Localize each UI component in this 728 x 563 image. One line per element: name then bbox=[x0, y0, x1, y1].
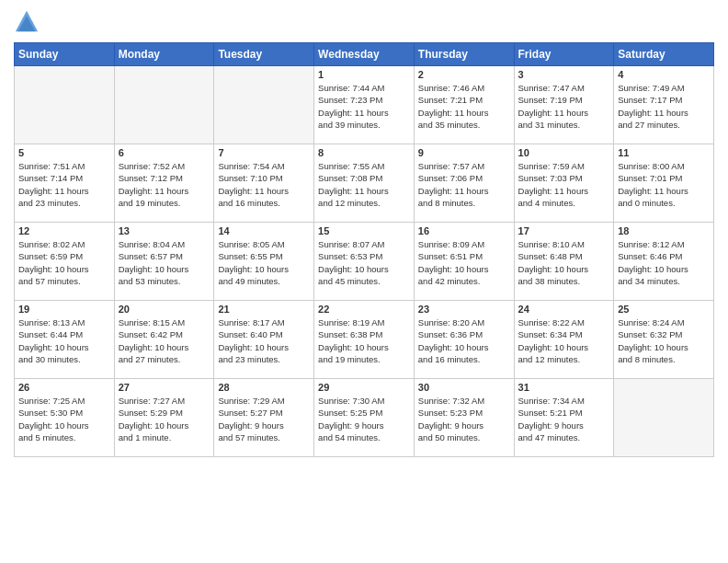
calendar-cell bbox=[114, 66, 214, 144]
weekday-header: Wednesday bbox=[314, 43, 415, 66]
calendar-cell: 30Sunrise: 7:32 AM Sunset: 5:23 PM Dayli… bbox=[414, 379, 514, 457]
day-info: Sunrise: 8:13 AM Sunset: 6:44 PM Dayligh… bbox=[18, 316, 110, 365]
calendar-cell: 4Sunrise: 7:49 AM Sunset: 7:17 PM Daylig… bbox=[614, 66, 714, 144]
day-info: Sunrise: 8:24 AM Sunset: 6:32 PM Dayligh… bbox=[618, 316, 710, 365]
calendar-table: SundayMondayTuesdayWednesdayThursdayFrid… bbox=[14, 42, 714, 457]
day-number: 19 bbox=[18, 304, 110, 315]
day-info: Sunrise: 7:32 AM Sunset: 5:23 PM Dayligh… bbox=[418, 395, 510, 443]
calendar-week-row: 19Sunrise: 8:13 AM Sunset: 6:44 PM Dayli… bbox=[15, 301, 714, 379]
day-number: 28 bbox=[218, 382, 310, 393]
day-info: Sunrise: 7:25 AM Sunset: 5:30 PM Dayligh… bbox=[18, 395, 110, 443]
day-number: 20 bbox=[119, 304, 210, 315]
day-info: Sunrise: 8:12 AM Sunset: 6:46 PM Dayligh… bbox=[618, 238, 710, 287]
day-number: 13 bbox=[119, 225, 210, 236]
day-info: Sunrise: 8:15 AM Sunset: 6:42 PM Dayligh… bbox=[119, 316, 210, 365]
day-info: Sunrise: 7:47 AM Sunset: 7:19 PM Dayligh… bbox=[518, 82, 610, 131]
day-number: 1 bbox=[318, 69, 410, 80]
calendar-cell: 9Sunrise: 7:57 AM Sunset: 7:06 PM Daylig… bbox=[414, 144, 514, 223]
day-info: Sunrise: 8:07 AM Sunset: 6:53 PM Dayligh… bbox=[318, 238, 410, 287]
day-number: 30 bbox=[418, 382, 510, 393]
day-info: Sunrise: 8:04 AM Sunset: 6:57 PM Dayligh… bbox=[119, 238, 210, 287]
day-number: 24 bbox=[518, 304, 610, 315]
calendar-cell: 29Sunrise: 7:30 AM Sunset: 5:25 PM Dayli… bbox=[314, 379, 415, 457]
calendar-cell: 10Sunrise: 7:59 AM Sunset: 7:03 PM Dayli… bbox=[514, 144, 614, 223]
calendar-cell: 6Sunrise: 7:52 AM Sunset: 7:12 PM Daylig… bbox=[114, 144, 214, 223]
page-container: SundayMondayTuesdayWednesdayThursdayFrid… bbox=[0, 0, 728, 466]
day-number: 2 bbox=[418, 69, 510, 80]
calendar-cell: 19Sunrise: 8:13 AM Sunset: 6:44 PM Dayli… bbox=[15, 301, 115, 379]
calendar-cell bbox=[214, 66, 314, 144]
day-info: Sunrise: 7:57 AM Sunset: 7:06 PM Dayligh… bbox=[418, 160, 510, 209]
day-info: Sunrise: 8:10 AM Sunset: 6:48 PM Dayligh… bbox=[518, 238, 610, 287]
weekday-header: Friday bbox=[514, 43, 614, 66]
weekday-header: Thursday bbox=[414, 43, 514, 66]
page-header bbox=[14, 9, 714, 35]
day-info: Sunrise: 8:20 AM Sunset: 6:36 PM Dayligh… bbox=[418, 316, 510, 365]
calendar-cell bbox=[15, 66, 115, 144]
calendar-cell: 16Sunrise: 8:09 AM Sunset: 6:51 PM Dayli… bbox=[414, 223, 514, 301]
day-number: 16 bbox=[418, 225, 510, 236]
calendar-cell: 12Sunrise: 8:02 AM Sunset: 6:59 PM Dayli… bbox=[15, 223, 115, 301]
day-number: 15 bbox=[318, 225, 410, 236]
calendar-week-row: 1Sunrise: 7:44 AM Sunset: 7:23 PM Daylig… bbox=[15, 66, 714, 144]
day-info: Sunrise: 7:52 AM Sunset: 7:12 PM Dayligh… bbox=[119, 160, 210, 209]
day-info: Sunrise: 7:30 AM Sunset: 5:25 PM Dayligh… bbox=[318, 395, 410, 443]
day-number: 14 bbox=[218, 225, 310, 236]
day-info: Sunrise: 7:55 AM Sunset: 7:08 PM Dayligh… bbox=[318, 160, 410, 209]
calendar-cell: 28Sunrise: 7:29 AM Sunset: 5:27 PM Dayli… bbox=[214, 379, 314, 457]
day-info: Sunrise: 8:17 AM Sunset: 6:40 PM Dayligh… bbox=[218, 316, 310, 365]
calendar-cell: 2Sunrise: 7:46 AM Sunset: 7:21 PM Daylig… bbox=[414, 66, 514, 144]
day-info: Sunrise: 7:29 AM Sunset: 5:27 PM Dayligh… bbox=[218, 395, 310, 443]
day-number: 10 bbox=[518, 147, 610, 158]
day-number: 21 bbox=[218, 304, 310, 315]
day-info: Sunrise: 7:59 AM Sunset: 7:03 PM Dayligh… bbox=[518, 160, 610, 209]
day-info: Sunrise: 7:51 AM Sunset: 7:14 PM Dayligh… bbox=[18, 160, 110, 209]
calendar-cell: 3Sunrise: 7:47 AM Sunset: 7:19 PM Daylig… bbox=[514, 66, 614, 144]
calendar-cell: 22Sunrise: 8:19 AM Sunset: 6:38 PM Dayli… bbox=[314, 301, 415, 379]
logo bbox=[14, 9, 43, 35]
calendar-cell: 7Sunrise: 7:54 AM Sunset: 7:10 PM Daylig… bbox=[214, 144, 314, 223]
day-number: 25 bbox=[618, 304, 710, 315]
day-number: 17 bbox=[518, 225, 610, 236]
calendar-cell: 26Sunrise: 7:25 AM Sunset: 5:30 PM Dayli… bbox=[15, 379, 115, 457]
calendar-cell: 13Sunrise: 8:04 AM Sunset: 6:57 PM Dayli… bbox=[114, 223, 214, 301]
calendar-cell: 31Sunrise: 7:34 AM Sunset: 5:21 PM Dayli… bbox=[514, 379, 614, 457]
calendar-cell: 21Sunrise: 8:17 AM Sunset: 6:40 PM Dayli… bbox=[214, 301, 314, 379]
day-info: Sunrise: 8:19 AM Sunset: 6:38 PM Dayligh… bbox=[318, 316, 410, 365]
day-info: Sunrise: 7:46 AM Sunset: 7:21 PM Dayligh… bbox=[418, 82, 510, 131]
calendar-week-row: 12Sunrise: 8:02 AM Sunset: 6:59 PM Dayli… bbox=[15, 223, 714, 301]
calendar-cell: 27Sunrise: 7:27 AM Sunset: 5:29 PM Dayli… bbox=[114, 379, 214, 457]
calendar-cell: 23Sunrise: 8:20 AM Sunset: 6:36 PM Dayli… bbox=[414, 301, 514, 379]
calendar-cell: 5Sunrise: 7:51 AM Sunset: 7:14 PM Daylig… bbox=[15, 144, 115, 223]
calendar-cell: 1Sunrise: 7:44 AM Sunset: 7:23 PM Daylig… bbox=[314, 66, 415, 144]
calendar-cell: 18Sunrise: 8:12 AM Sunset: 6:46 PM Dayli… bbox=[614, 223, 714, 301]
calendar-cell: 11Sunrise: 8:00 AM Sunset: 7:01 PM Dayli… bbox=[614, 144, 714, 223]
day-info: Sunrise: 8:02 AM Sunset: 6:59 PM Dayligh… bbox=[18, 238, 110, 287]
weekday-header-row: SundayMondayTuesdayWednesdayThursdayFrid… bbox=[15, 43, 714, 66]
calendar-cell: 17Sunrise: 8:10 AM Sunset: 6:48 PM Dayli… bbox=[514, 223, 614, 301]
day-info: Sunrise: 8:22 AM Sunset: 6:34 PM Dayligh… bbox=[518, 316, 610, 365]
day-number: 4 bbox=[618, 69, 710, 80]
calendar-week-row: 5Sunrise: 7:51 AM Sunset: 7:14 PM Daylig… bbox=[15, 144, 714, 223]
day-number: 23 bbox=[418, 304, 510, 315]
calendar-week-row: 26Sunrise: 7:25 AM Sunset: 5:30 PM Dayli… bbox=[15, 379, 714, 457]
day-number: 9 bbox=[418, 147, 510, 158]
day-info: Sunrise: 7:49 AM Sunset: 7:17 PM Dayligh… bbox=[618, 82, 710, 131]
calendar-cell: 14Sunrise: 8:05 AM Sunset: 6:55 PM Dayli… bbox=[214, 223, 314, 301]
day-number: 3 bbox=[518, 69, 610, 80]
day-info: Sunrise: 7:27 AM Sunset: 5:29 PM Dayligh… bbox=[119, 395, 210, 443]
day-info: Sunrise: 7:44 AM Sunset: 7:23 PM Dayligh… bbox=[318, 82, 410, 131]
calendar-cell bbox=[614, 379, 714, 457]
day-info: Sunrise: 8:05 AM Sunset: 6:55 PM Dayligh… bbox=[218, 238, 310, 287]
day-info: Sunrise: 7:34 AM Sunset: 5:21 PM Dayligh… bbox=[518, 395, 610, 443]
day-number: 11 bbox=[618, 147, 710, 158]
day-number: 7 bbox=[218, 147, 310, 158]
day-number: 22 bbox=[318, 304, 410, 315]
weekday-header: Monday bbox=[114, 43, 214, 66]
calendar-cell: 20Sunrise: 8:15 AM Sunset: 6:42 PM Dayli… bbox=[114, 301, 214, 379]
day-number: 18 bbox=[618, 225, 710, 236]
day-number: 31 bbox=[518, 382, 610, 393]
weekday-header: Tuesday bbox=[214, 43, 314, 66]
logo-icon bbox=[14, 9, 40, 35]
day-number: 29 bbox=[318, 382, 410, 393]
